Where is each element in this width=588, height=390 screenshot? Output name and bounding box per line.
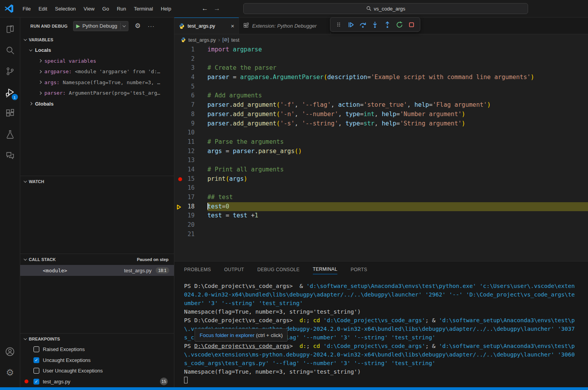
chat-icon[interactable] (1, 146, 19, 165)
checkbox[interactable] (33, 379, 39, 385)
breakpoint-row[interactable]: Raised Exceptions (20, 344, 174, 355)
debug-settings-gear-icon[interactable]: ⚙ (135, 22, 140, 30)
menu-file[interactable]: File (19, 4, 35, 14)
stack-frame-row[interactable]: <module> test_args.py 18:1 (20, 265, 174, 276)
code-line[interactable]: 5 (174, 82, 588, 92)
menu-run[interactable]: Run (113, 4, 130, 14)
variable-row[interactable]: args:Namespace(flag=True, number=3, … (20, 77, 174, 88)
explorer-icon[interactable] (1, 20, 19, 39)
panel-tab-debug-console[interactable]: DEBUG CONSOLE (257, 265, 300, 274)
launch-config-dropdown[interactable]: ▶ Python Debugg (73, 21, 129, 31)
editor-gutter[interactable]: 13 (174, 156, 207, 165)
continue-icon[interactable] (346, 19, 356, 30)
code-line[interactable]: 8parser.add_argument('-n', '--number', t… (174, 110, 588, 119)
navigate-forward-icon[interactable]: → (214, 5, 220, 12)
watch-header[interactable]: WATCH (20, 176, 174, 187)
editor-gutter[interactable]: 3 (174, 64, 207, 73)
editor-gutter[interactable]: 11 (174, 138, 207, 147)
code-line[interactable]: 1import argparse (174, 45, 588, 55)
start-debug-icon[interactable]: ▶ (76, 23, 80, 29)
stop-icon[interactable] (407, 19, 417, 30)
tab-extension-python-debugger[interactable]: Extension: Python Debugger (239, 18, 331, 34)
menu-terminal[interactable]: Terminal (130, 4, 157, 14)
breadcrumb-file[interactable]: test_args.py (188, 37, 216, 43)
editor-gutter[interactable]: 18 (174, 202, 207, 212)
locals-scope-row[interactable]: Locals (20, 45, 174, 56)
editor-gutter[interactable]: 10 (174, 128, 207, 138)
settings-gear-icon[interactable]: ⚙ (1, 363, 19, 382)
checkbox[interactable] (33, 368, 39, 374)
code-line[interactable]: 13 (174, 156, 588, 165)
code-line[interactable]: 6# Add arguments (174, 91, 588, 101)
code-line[interactable]: 10 (174, 128, 588, 138)
breakpoint-row[interactable]: test_args.py15 (20, 376, 174, 387)
editor-gutter[interactable]: 12 (174, 147, 207, 156)
breakpoints-header[interactable]: BREAKPOINTS (20, 334, 174, 344)
panel-tab-terminal[interactable]: TERMINAL (313, 264, 337, 274)
terminal-link[interactable]: D:\Code_project\vs_code_args (194, 343, 289, 349)
panel-tab-output[interactable]: OUTPUT (224, 265, 244, 274)
tab-test-args[interactable]: test_args.py × (174, 18, 239, 34)
restart-icon[interactable] (395, 19, 405, 30)
editor-gutter[interactable]: 20 (174, 221, 207, 230)
globals-scope-row[interactable]: Globals (20, 99, 174, 109)
drag-grip-icon[interactable] (333, 19, 344, 30)
search-icon[interactable] (1, 41, 19, 60)
menu-selection[interactable]: Selection (51, 4, 79, 14)
editor-gutter[interactable]: 8 (174, 110, 207, 119)
variable-row[interactable]: parser:ArgumentParser(prog='test_arg… (20, 88, 174, 99)
editor-gutter[interactable]: 7 (174, 101, 207, 110)
step-out-icon[interactable] (382, 19, 392, 30)
editor-gutter[interactable]: 6 (174, 91, 207, 101)
editor-gutter[interactable]: 17 (174, 193, 207, 202)
code-line[interactable]: 17## test (174, 193, 588, 202)
navigate-back-icon[interactable]: ← (202, 5, 208, 12)
variable-row[interactable]: special variables (20, 56, 174, 67)
menu-edit[interactable]: Edit (35, 4, 51, 14)
breakpoint-row[interactable]: User Uncaught Exceptions (20, 365, 174, 376)
breadcrumb-symbol[interactable]: test (231, 37, 239, 43)
close-icon[interactable]: × (231, 23, 234, 29)
testing-icon[interactable] (1, 125, 19, 144)
source-control-icon[interactable] (1, 62, 19, 81)
status-bar[interactable] (0, 387, 588, 390)
account-icon[interactable] (1, 342, 19, 361)
menu-view[interactable]: View (80, 4, 98, 14)
code-line[interactable]: 11# Parse the arguments (174, 138, 588, 147)
code-line[interactable]: 3# Create the parser (174, 64, 588, 73)
command-center-search[interactable]: vs_code_args (243, 3, 528, 14)
menu-go[interactable]: Go (98, 4, 113, 14)
editor-gutter[interactable]: 4 (174, 73, 207, 82)
code-editor[interactable]: 1import argparse23# Create the parser4pa… (174, 45, 588, 261)
code-line[interactable]: 19test = test +1 (174, 211, 588, 221)
code-line[interactable]: 2 (174, 55, 588, 64)
editor-gutter[interactable]: 15 (174, 175, 207, 184)
breakpoint-icon[interactable] (178, 177, 182, 181)
code-line[interactable]: 21 (174, 230, 588, 239)
code-line[interactable]: 14# Print all arguments (174, 165, 588, 175)
more-actions-icon[interactable]: ··· (148, 23, 155, 29)
editor-gutter[interactable]: 1 (174, 45, 207, 55)
editor-gutter[interactable]: 16 (174, 184, 207, 193)
editor-gutter[interactable]: 5 (174, 82, 207, 92)
editor-gutter[interactable]: 19 (174, 211, 207, 221)
run-and-debug-icon[interactable]: 1 (1, 83, 19, 102)
editor-gutter[interactable]: 14 (174, 165, 207, 175)
code-line[interactable]: 18test=0 (174, 202, 588, 212)
checkbox[interactable] (33, 357, 39, 363)
editor-gutter[interactable]: 9 (174, 119, 207, 129)
code-line[interactable]: 4parser = argparse.ArgumentParser(descri… (174, 73, 588, 82)
code-line[interactable]: 15print(args) (174, 175, 588, 184)
call-stack-header[interactable]: CALL STACK Paused on step (20, 254, 174, 265)
code-line[interactable]: 20 (174, 221, 588, 230)
menu-help[interactable]: Help (157, 4, 175, 14)
code-line[interactable]: 7parser.add_argument('-f', '--flag', act… (174, 101, 588, 110)
breakpoint-row[interactable]: Uncaught Exceptions (20, 355, 174, 366)
step-into-icon[interactable] (370, 19, 380, 30)
code-line[interactable]: 16 (174, 184, 588, 193)
code-line[interactable]: 12args = parser.parse_args() (174, 147, 588, 156)
editor-gutter[interactable]: 21 (174, 230, 207, 239)
panel-tab-ports[interactable]: PORTS (351, 265, 367, 274)
checkbox[interactable] (33, 346, 39, 352)
code-line[interactable]: 9parser.add_argument('-s', '--string', t… (174, 119, 588, 129)
